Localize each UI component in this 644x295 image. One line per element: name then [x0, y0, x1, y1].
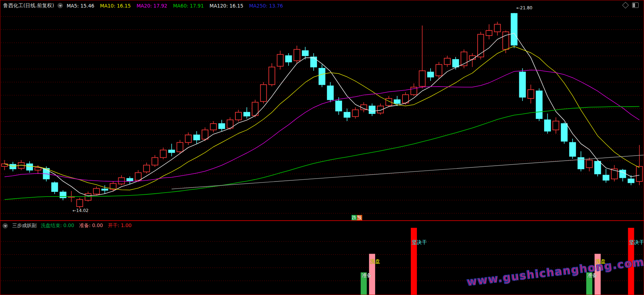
candle-up	[210, 124, 216, 130]
signal-badge-diequyu: 跌 预	[351, 215, 362, 220]
candle-down	[603, 175, 609, 180]
ma-readout-ma120: MA120: 16.15	[210, 3, 243, 9]
sub-indicator-name: 三步成妖副	[12, 222, 37, 229]
sub-indicator-values: 洗盘结束: 0.00准备: 0.00开干: 1.00	[41, 222, 132, 229]
candle-up	[177, 143, 183, 152]
candle-up	[269, 67, 275, 85]
header-icons	[623, 3, 639, 8]
stock-title: 鲁西化工(日线.前复权)	[3, 3, 54, 9]
candle-down	[452, 60, 459, 67]
chevron-down-icon	[59, 5, 62, 7]
sub-indicator-field-1: 准备: 0.00	[79, 222, 103, 229]
signal-char-1: 跌	[351, 215, 357, 220]
split-window-icon[interactable]	[632, 3, 639, 8]
candle-up	[494, 24, 501, 32]
candle-up	[160, 150, 166, 158]
low-price-annotation: ←14.02	[73, 208, 88, 213]
candle-down	[27, 164, 33, 170]
candle-up	[294, 50, 300, 61]
candle-down	[519, 72, 525, 97]
candle-up	[185, 135, 191, 143]
collapse-main-panel-button[interactable]	[58, 3, 63, 8]
candle-down	[394, 100, 400, 104]
candle-down	[336, 101, 342, 111]
bar-label-red: 坚决干	[629, 239, 644, 246]
ma-readout-ma20: MA20: 17.92	[137, 3, 167, 9]
candle-down	[127, 179, 133, 181]
collapse-sub-panel-button[interactable]	[3, 223, 8, 229]
sub-indicator-chart[interactable]: 准备洗盘坚决干准备洗盘坚决干	[0, 221, 644, 295]
sub-indicator-field-2: 开干: 1.00	[108, 222, 132, 229]
ma-readouts: MA5: 15.46MA10: 16.15MA20: 17.92MA60: 17…	[66, 3, 283, 9]
candle-up	[352, 110, 358, 117]
bar-label-red: 坚决干	[412, 239, 427, 246]
candle-up	[152, 158, 158, 165]
main-chart-header: 鲁西化工(日线.前复权) MA5: 15.46MA10: 16.15MA20: …	[0, 1, 644, 10]
candle-down	[218, 124, 225, 129]
candle-up	[444, 58, 450, 65]
ma-line-ma120	[172, 155, 644, 189]
sub-indicator-header: 三步成妖副 洗盘结束: 0.00准备: 0.00开干: 1.00	[3, 222, 132, 229]
stock-app-window: 鲁西化工(日线.前复权) MA5: 15.46MA10: 16.15MA20: …	[0, 0, 644, 295]
candle-down	[327, 86, 334, 100]
chevron-down-icon	[4, 225, 7, 227]
main-candlestick-chart[interactable]	[0, 10, 644, 220]
candle-up	[277, 55, 283, 66]
candle-down	[544, 120, 551, 132]
ma-readout-ma60: MA60: 17.91	[173, 3, 204, 9]
candle-up	[528, 90, 534, 99]
ma-line-ma5	[5, 33, 640, 195]
candle-up	[35, 168, 41, 170]
candle-down	[536, 91, 542, 119]
bar-label-green: 准备	[362, 272, 372, 279]
candle-down	[302, 51, 308, 56]
candle-down	[620, 170, 626, 178]
ma-readout-ma5: MA5: 15.46	[66, 3, 94, 9]
candle-down	[52, 183, 58, 192]
candle-down	[60, 192, 66, 198]
main-chart-canvas[interactable]	[0, 10, 644, 220]
candle-down	[169, 150, 175, 153]
candle-down	[570, 143, 576, 157]
bar-label-pink: 洗盘	[370, 258, 380, 265]
candle-down	[511, 13, 517, 45]
signal-char-2: 预	[357, 215, 362, 220]
candle-up	[553, 121, 559, 130]
candle-up	[503, 32, 509, 50]
diamond-icon[interactable]	[622, 2, 629, 8]
candle-up	[261, 85, 267, 102]
candle-down	[285, 56, 291, 62]
candle-down	[594, 161, 601, 174]
candle-up	[93, 189, 100, 194]
candle-up	[586, 160, 592, 168]
candle-up	[119, 178, 125, 184]
candle-down	[561, 124, 567, 141]
candle-down	[428, 72, 434, 77]
signal-bar-red	[411, 228, 417, 295]
candle-up	[77, 199, 83, 207]
high-price-annotation: ←21.80	[516, 5, 532, 10]
candle-down	[628, 179, 634, 183]
candle-up	[636, 166, 643, 181]
candle-up	[486, 31, 492, 36]
sub-indicator-field-0: 洗盘结束: 0.00	[41, 222, 74, 229]
candle-up	[202, 130, 208, 139]
candle-down	[244, 112, 250, 116]
candle-down	[344, 112, 350, 117]
candle-down	[194, 135, 200, 140]
candle-up	[143, 165, 150, 172]
candle-up	[436, 65, 442, 76]
candle-down	[369, 106, 375, 114]
sub-chart-canvas[interactable]	[0, 221, 644, 295]
candle-up	[135, 173, 141, 180]
candle-up	[419, 71, 425, 86]
candle-down	[102, 189, 108, 190]
candle-up	[85, 194, 91, 200]
ma-readout-ma10: MA10: 16.15	[100, 3, 131, 9]
candle-down	[310, 57, 317, 67]
candle-down	[319, 68, 325, 85]
ma-readout-ma250: MA250: 13.76	[249, 3, 283, 9]
candle-up	[235, 112, 242, 120]
